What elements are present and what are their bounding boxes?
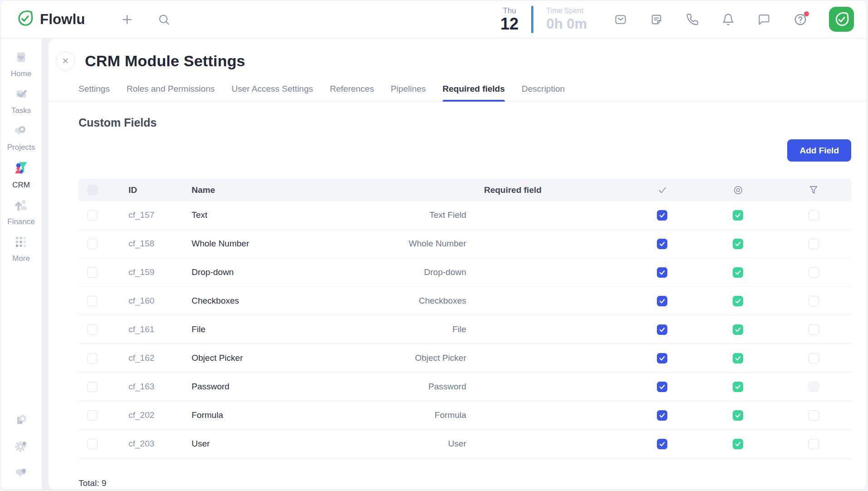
required-checkbox[interactable] bbox=[657, 267, 667, 278]
row-id-link[interactable]: cf_159 bbox=[128, 267, 154, 277]
row-required-field: Whole Number bbox=[331, 239, 624, 249]
row-select-checkbox[interactable] bbox=[87, 267, 98, 278]
time-spent-widget[interactable]: Time Spent 0h 0m bbox=[546, 7, 587, 31]
row-select-checkbox[interactable] bbox=[87, 353, 98, 363]
required-checkbox[interactable] bbox=[657, 439, 667, 449]
tab-roles-and-permissions[interactable]: Roles and Permissions bbox=[127, 79, 215, 101]
row-name: Formula bbox=[192, 410, 223, 420]
sidebar-item-finance[interactable]: Finance bbox=[7, 197, 35, 226]
visible-checkbox[interactable] bbox=[733, 353, 743, 363]
required-checkbox[interactable] bbox=[657, 353, 667, 363]
sidebar-bottom-icons bbox=[14, 413, 29, 480]
close-icon[interactable]: × bbox=[56, 51, 75, 70]
page-title: CRM Module Settings bbox=[85, 52, 245, 70]
filter-checkbox[interactable] bbox=[809, 353, 819, 363]
row-name: Text bbox=[192, 210, 207, 220]
filter-checkbox[interactable] bbox=[809, 439, 819, 449]
visible-checkbox[interactable] bbox=[733, 267, 743, 278]
row-id-link[interactable]: cf_158 bbox=[128, 239, 154, 248]
row-name: Whole Number bbox=[192, 239, 249, 248]
row-id-link[interactable]: cf_161 bbox=[128, 324, 154, 334]
sidebar-item-tasks[interactable]: Tasks bbox=[11, 86, 31, 115]
row-id-link[interactable]: cf_163 bbox=[128, 382, 154, 391]
chat-icon[interactable] bbox=[758, 13, 770, 26]
help-icon[interactable] bbox=[794, 13, 807, 26]
topbar: Flowlu Thu 12 Time Spent 0h 0m bbox=[0, 0, 867, 39]
phone-icon[interactable] bbox=[686, 13, 699, 26]
row-required-field: Formula bbox=[331, 410, 624, 420]
table-rows: cf_157 Text Text Field cf_158 Whole Numb… bbox=[79, 201, 851, 458]
row-select-checkbox[interactable] bbox=[87, 410, 98, 421]
notes-icon[interactable] bbox=[650, 13, 663, 26]
settings-gear-icon[interactable] bbox=[14, 439, 29, 454]
row-id-link[interactable]: cf_162 bbox=[128, 353, 154, 363]
required-checkbox[interactable] bbox=[657, 296, 667, 306]
tab-user-access-settings[interactable]: User Access Settings bbox=[232, 79, 313, 101]
row-name: Object Picker bbox=[192, 353, 243, 363]
select-all-checkbox[interactable] bbox=[87, 185, 98, 195]
row-select-checkbox[interactable] bbox=[87, 324, 98, 335]
visible-checkbox[interactable] bbox=[733, 439, 743, 449]
row-select-checkbox[interactable] bbox=[87, 439, 98, 449]
sidebar-item-label: Projects bbox=[7, 143, 35, 152]
finance-icon bbox=[13, 197, 29, 215]
sidebar-item-home[interactable]: Home bbox=[11, 49, 31, 79]
filter-checkbox[interactable] bbox=[809, 239, 819, 249]
create-plus-icon[interactable] bbox=[120, 13, 134, 26]
tab-settings[interactable]: Settings bbox=[79, 79, 110, 101]
filter-checkbox[interactable] bbox=[809, 382, 819, 392]
tasks-icon bbox=[14, 86, 29, 103]
row-id-link[interactable]: cf_202 bbox=[128, 410, 154, 420]
bell-icon[interactable] bbox=[722, 13, 735, 26]
sidebar-item-more[interactable]: More bbox=[12, 234, 30, 263]
required-checkbox[interactable] bbox=[657, 410, 667, 421]
row-id-link[interactable]: cf_203 bbox=[128, 439, 154, 448]
brand[interactable]: Flowlu bbox=[16, 10, 85, 29]
tab-required-fields[interactable]: Required fields bbox=[443, 79, 505, 101]
filter-checkbox[interactable] bbox=[809, 324, 819, 335]
search-icon[interactable] bbox=[158, 13, 170, 26]
support-chat-icon[interactable] bbox=[14, 466, 29, 480]
row-select-checkbox[interactable] bbox=[87, 382, 98, 392]
row-select-checkbox[interactable] bbox=[87, 210, 98, 221]
row-name: Checkboxes bbox=[192, 296, 239, 305]
filter-checkbox[interactable] bbox=[809, 296, 819, 306]
visible-checkbox[interactable] bbox=[733, 239, 743, 249]
sidebar-item-label: Home bbox=[11, 69, 31, 79]
visible-checkbox[interactable] bbox=[733, 410, 743, 421]
tab-description[interactable]: Description bbox=[522, 79, 565, 101]
sidebar-item-projects[interactable]: Projects bbox=[7, 123, 35, 152]
visible-checkbox[interactable] bbox=[733, 382, 743, 392]
filter-icon bbox=[776, 185, 851, 196]
visible-checkbox[interactable] bbox=[733, 210, 743, 221]
row-id-link[interactable]: cf_160 bbox=[128, 296, 154, 305]
tab-references[interactable]: References bbox=[330, 79, 374, 101]
tab-pipelines[interactable]: Pipelines bbox=[391, 79, 426, 101]
app-window: Flowlu Thu 12 Time Spent 0h 0m bbox=[0, 0, 867, 490]
check-icon bbox=[624, 185, 700, 196]
mail-icon[interactable] bbox=[614, 13, 627, 26]
row-name: File bbox=[192, 324, 206, 334]
add-field-button[interactable]: Add Field bbox=[787, 139, 851, 162]
custom-fields-table: ID Name Required field bbox=[79, 179, 851, 458]
filter-checkbox[interactable] bbox=[809, 267, 819, 278]
visible-checkbox[interactable] bbox=[733, 296, 743, 306]
topbar-icons bbox=[614, 13, 807, 26]
filter-checkbox[interactable] bbox=[809, 210, 819, 221]
avatar[interactable] bbox=[829, 7, 854, 32]
row-required-field: User bbox=[331, 439, 624, 449]
required-checkbox[interactable] bbox=[657, 382, 667, 392]
required-checkbox[interactable] bbox=[657, 324, 667, 335]
filter-checkbox[interactable] bbox=[809, 410, 819, 421]
calendar-date-widget[interactable]: Thu 12 bbox=[500, 7, 518, 32]
required-checkbox[interactable] bbox=[657, 210, 667, 221]
crm-icon bbox=[13, 160, 30, 178]
row-id-link[interactable]: cf_157 bbox=[128, 210, 154, 220]
visible-checkbox[interactable] bbox=[733, 324, 743, 335]
row-select-checkbox[interactable] bbox=[87, 239, 98, 249]
sidebar-item-crm[interactable]: CRM bbox=[12, 160, 30, 190]
sidebar-item-label: Finance bbox=[7, 217, 35, 226]
academy-icon[interactable] bbox=[14, 413, 29, 427]
row-select-checkbox[interactable] bbox=[87, 296, 98, 306]
required-checkbox[interactable] bbox=[657, 239, 667, 249]
